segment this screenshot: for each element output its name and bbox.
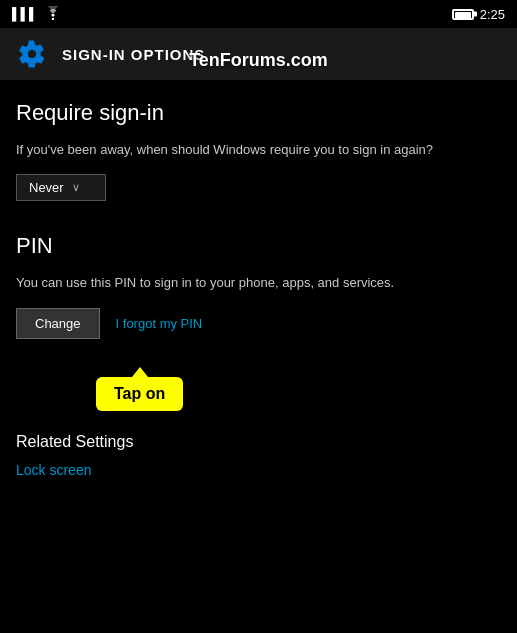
gear-icon [16,38,48,70]
change-pin-button[interactable]: Change [16,308,100,339]
tooltip-bubble: Tap on [96,377,183,411]
dropdown-selected-value: Never [29,180,64,195]
status-right: 2:25 [452,7,505,22]
tooltip-area: Tap on [0,377,517,421]
header-title: SIGN-IN OPTIONS [62,46,205,63]
related-settings-title: Related Settings [16,433,501,451]
lock-screen-link[interactable]: Lock screen [16,462,91,478]
status-left: ▌▌▌ [12,6,62,23]
forgot-pin-link[interactable]: I forgot my PIN [116,316,203,331]
pin-section: PIN You can use this PIN to sign in to y… [16,233,501,340]
tooltip-container: Tap on [96,377,183,411]
require-signin-section: Require sign-in If you've been away, whe… [16,100,501,201]
chevron-down-icon: ∨ [72,181,80,194]
signal-icon: ▌▌▌ [12,7,38,21]
wifi-icon [44,6,62,23]
pin-description: You can use this PIN to sign in to your … [16,273,501,293]
status-bar: ▌▌▌ 2:25 [0,0,517,28]
svg-point-0 [51,17,53,19]
require-signin-description: If you've been away, when should Windows… [16,140,501,160]
pin-buttons-row: Change I forgot my PIN [16,308,501,339]
time-display: 2:25 [480,7,505,22]
related-settings-section: Related Settings Lock screen [0,433,517,479]
battery-icon [452,9,474,20]
main-content: Require sign-in If you've been away, whe… [0,80,517,387]
signin-dropdown[interactable]: Never ∨ [16,174,106,201]
require-signin-title: Require sign-in [16,100,501,126]
pin-title: PIN [16,233,501,259]
header: SIGN-IN OPTIONS [0,28,517,80]
